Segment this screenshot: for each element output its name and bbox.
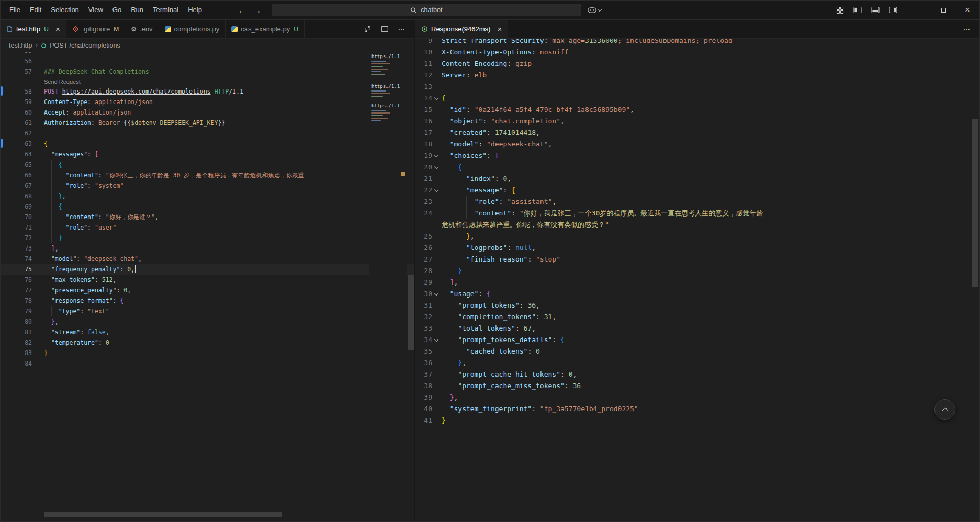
more-actions-icon[interactable]: ⋯ bbox=[961, 23, 973, 36]
code-line[interactable]: 68 }, bbox=[1, 191, 414, 201]
code-line[interactable]: 83} bbox=[1, 348, 414, 358]
code-line[interactable]: 32 "completion_tokens": 31, bbox=[419, 311, 979, 323]
tab-cas-example-py[interactable]: cas_example.pyU bbox=[226, 20, 305, 38]
vertical-scrollbar[interactable] bbox=[972, 119, 978, 287]
code-line[interactable]: 70 "content": "你好，你是谁？", bbox=[1, 212, 414, 222]
http-request-editor[interactable]: 555657### DeepSeek Chat CompletionsSend … bbox=[1, 52, 414, 522]
breadcrumb-symbol[interactable]: POST /chat/completions bbox=[50, 42, 120, 49]
search-input[interactable]: chatbot bbox=[272, 4, 581, 16]
vertical-scrollbar[interactable] bbox=[408, 275, 414, 350]
code-line[interactable]: 24 "content": "你好，我是张三，一个30岁的程序员。最近我一直在思… bbox=[419, 208, 979, 219]
panel-right-icon[interactable] bbox=[887, 4, 899, 16]
code-line[interactable]: 11Content-Encoding: gzip bbox=[419, 58, 979, 70]
code-line[interactable]: 81 "stream": false, bbox=[1, 327, 414, 337]
menu-terminal[interactable]: Terminal bbox=[148, 4, 183, 16]
send-request-link[interactable]: Send Request bbox=[1, 77, 414, 86]
close-icon[interactable]: × bbox=[955, 1, 979, 19]
response-editor[interactable]: 9Strict-Transport-Security: max-age=3153… bbox=[415, 39, 979, 522]
fold-chevron-icon[interactable] bbox=[432, 150, 442, 162]
tab-response-9462ms[interactable]: Response(9462ms)× bbox=[415, 20, 508, 38]
code-line[interactable]: 30 "usage": { bbox=[419, 288, 979, 300]
code-line[interactable]: 19 "choices": [ bbox=[419, 150, 979, 162]
code-line[interactable]: 9Strict-Transport-Security: max-age=3153… bbox=[419, 39, 979, 47]
scroll-to-top-button[interactable] bbox=[934, 399, 955, 420]
code-line[interactable]: 12Server: elb bbox=[419, 70, 979, 81]
code-line[interactable]: 22 "message": { bbox=[419, 185, 979, 196]
menu-go[interactable]: Go bbox=[108, 4, 126, 16]
fold-chevron-icon[interactable] bbox=[432, 162, 442, 173]
code-line[interactable]: 76 "max_tokens": 512, bbox=[1, 275, 414, 285]
minimap[interactable]: https…/1.1https…/1.1https…/1.1 bbox=[369, 52, 407, 522]
code-line[interactable]: 26 "logprobs": null, bbox=[419, 242, 979, 254]
code-line[interactable]: 13 bbox=[419, 81, 979, 93]
fold-chevron-icon[interactable] bbox=[432, 334, 442, 346]
code-line[interactable]: 39 }, bbox=[419, 392, 979, 403]
compare-changes-icon[interactable] bbox=[361, 23, 374, 36]
code-line[interactable]: 35 "cached_tokens": 0 bbox=[419, 346, 979, 357]
menu-file[interactable]: File bbox=[5, 4, 25, 16]
code-line[interactable]: 27 "finish_reason": "stop" bbox=[419, 254, 979, 265]
code-line[interactable]: 38 "prompt_cache_miss_tokens": 36 bbox=[419, 380, 979, 392]
menu-selection[interactable]: Selection bbox=[46, 4, 83, 16]
code-line[interactable]: 58POST https://api.deepseek.com/chat/com… bbox=[1, 86, 414, 97]
code-line[interactable]: 16 "object": "chat.completion", bbox=[419, 116, 979, 127]
arrow-left-icon[interactable]: ← bbox=[236, 4, 247, 16]
tab-completions-py[interactable]: completions.py bbox=[159, 20, 226, 38]
fold-chevron-icon[interactable] bbox=[432, 93, 442, 104]
breadcrumb-file[interactable]: test.http bbox=[9, 42, 32, 49]
code-line[interactable]: 75 "frequency_penalty": 0, bbox=[1, 264, 414, 275]
fold-chevron-icon[interactable] bbox=[432, 288, 442, 300]
code-line[interactable]: 28 } bbox=[419, 265, 979, 277]
code-line[interactable]: 82 "temperature": 0 bbox=[1, 337, 414, 348]
code-line[interactable]: 37 "prompt_cache_hit_tokens": 0, bbox=[419, 369, 979, 380]
code-line[interactable]: 31 "prompt_tokens": 36, bbox=[419, 300, 979, 311]
code-line[interactable]: 41} bbox=[419, 415, 979, 426]
arrow-right-icon[interactable]: → bbox=[252, 4, 263, 16]
close-tab-icon[interactable]: × bbox=[497, 25, 502, 33]
copilot-button[interactable] bbox=[588, 7, 601, 14]
code-line[interactable]: 15 "id": "0a214f64-a5f4-479c-bf4f-1a8c56… bbox=[419, 104, 979, 116]
tab-test-http[interactable]: test.httpU× bbox=[1, 20, 66, 38]
code-line[interactable]: 67 "role": "system" bbox=[1, 180, 414, 191]
code-line[interactable]: 57### DeepSeek Chat Completions bbox=[1, 66, 414, 77]
code-line[interactable]: 61Authorization: Bearer {{$dotenv DEEPSE… bbox=[1, 118, 414, 128]
close-tab-icon[interactable]: × bbox=[55, 25, 60, 33]
code-line[interactable]: 78 "response_format": { bbox=[1, 296, 414, 306]
code-line[interactable]: 69 { bbox=[1, 201, 414, 212]
code-line[interactable]: 73 ], bbox=[1, 243, 414, 254]
menu-help[interactable]: Help bbox=[183, 4, 207, 16]
code-line[interactable]: 25 }, bbox=[419, 231, 979, 242]
layout-grid-icon[interactable] bbox=[834, 4, 846, 16]
code-line[interactable]: 20 { bbox=[419, 162, 979, 173]
code-line[interactable]: 72 } bbox=[1, 233, 414, 243]
code-line[interactable]: 64 "messages": [ bbox=[1, 149, 414, 160]
panel-bottom-icon[interactable] bbox=[870, 4, 881, 16]
code-line[interactable]: 55 bbox=[1, 52, 414, 56]
tab-gitignore[interactable]: .gitignoreM bbox=[66, 20, 125, 38]
code-line[interactable]: 65 { bbox=[1, 160, 414, 170]
maximize-icon[interactable] bbox=[931, 1, 955, 19]
code-line[interactable]: 14{ bbox=[419, 93, 979, 104]
menu-edit[interactable]: Edit bbox=[25, 4, 46, 16]
code-line[interactable]: 10X-Content-Type-Options: nosniff bbox=[419, 47, 979, 58]
code-line[interactable]: 56 bbox=[1, 56, 414, 66]
code-line[interactable]: 33 "total_tokens": 67, bbox=[419, 323, 979, 334]
fold-chevron-icon[interactable] bbox=[432, 185, 442, 196]
code-line[interactable]: 74 "model": "deepseek-chat", bbox=[1, 254, 414, 264]
code-line[interactable]: 77 "presence_penalty": 0, bbox=[1, 285, 414, 296]
code-line[interactable]: 84 bbox=[1, 358, 414, 369]
code-line[interactable]: 36 }, bbox=[419, 357, 979, 369]
code-line[interactable]: 71 "role": "user" bbox=[1, 222, 414, 233]
code-line[interactable]: 59Content-Type: application/json bbox=[1, 97, 414, 107]
menu-run[interactable]: Run bbox=[126, 4, 148, 16]
code-line[interactable]: 60Accept: application/json bbox=[1, 107, 414, 118]
code-line[interactable]: 80 }, bbox=[1, 316, 414, 327]
more-actions-icon[interactable]: ⋯ bbox=[396, 23, 408, 36]
menu-view[interactable]: View bbox=[84, 4, 108, 16]
code-line[interactable]: 29 ], bbox=[419, 277, 979, 288]
code-line[interactable]: 79 "type": "text" bbox=[1, 306, 414, 316]
minimize-icon[interactable] bbox=[907, 1, 931, 19]
horizontal-scrollbar[interactable] bbox=[44, 512, 282, 517]
code-line[interactable]: 17 "created": 1741014418, bbox=[419, 127, 979, 139]
code-line[interactable]: 66 "content": "你叫张三，你的年龄是 30 岁，是个程序员，有年龄… bbox=[1, 170, 414, 180]
